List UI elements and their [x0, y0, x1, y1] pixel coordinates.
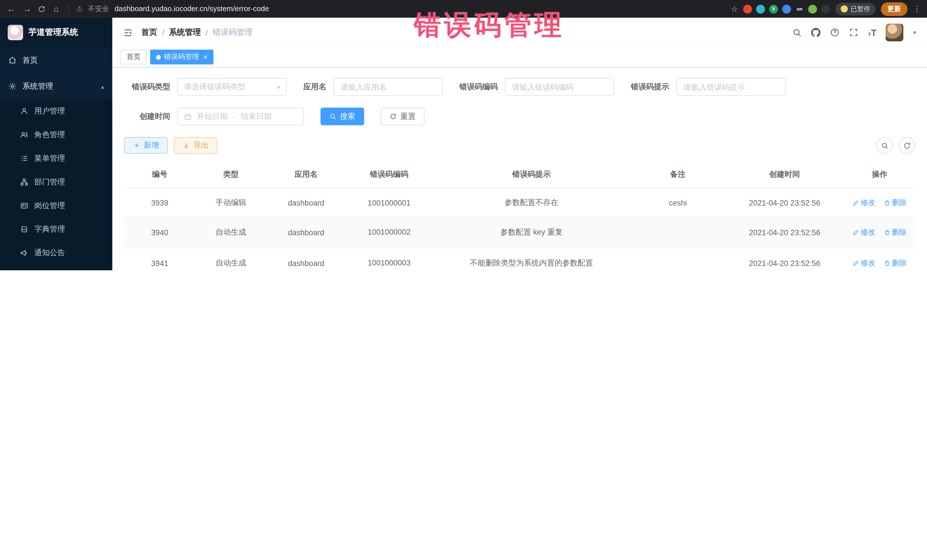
tags-view-bar: 首页错误码管理×	[112, 47, 927, 67]
font-size-icon[interactable]: тT	[868, 27, 877, 37]
sidebar-item-通知公告[interactable]: 通知公告	[0, 241, 112, 265]
sidebar-item-label: 岗位管理	[34, 200, 65, 211]
paused-chip[interactable]: 已暂停	[836, 3, 876, 15]
date-range-picker[interactable]: 开始日期 - 结束日期	[178, 108, 304, 125]
table-row: 3940自动生成dashboard1001000002参数配置 key 重复20…	[124, 217, 915, 248]
edit-icon	[852, 260, 859, 266]
edit-link[interactable]: 修改	[852, 258, 875, 268]
column-header: 应用名	[266, 161, 345, 188]
download-icon	[182, 142, 190, 149]
security-label[interactable]: 不安全	[88, 4, 109, 14]
avatar[interactable]	[886, 24, 904, 41]
filter-create-time: 创建时间 开始日期 - 结束日期	[124, 108, 304, 125]
url-text[interactable]: dashboard.yudao.iocoder.cn/system/error-…	[115, 5, 269, 13]
not-secure-warning-icon: ⚠	[76, 5, 82, 13]
extension-icon[interactable]	[782, 5, 791, 14]
delete-link[interactable]: 删除	[884, 197, 907, 208]
edit-label: 修改	[860, 258, 875, 268]
sidebar-item-label: 字典管理	[34, 224, 65, 235]
overlay-title: 错误码管理	[414, 7, 565, 44]
toggle-search-button[interactable]	[876, 137, 893, 154]
update-button[interactable]: 更新	[881, 2, 907, 16]
browser-menu-icon[interactable]: ⋮	[913, 4, 921, 14]
refresh-icon	[390, 113, 397, 120]
extension-icon[interactable]: V	[769, 5, 778, 14]
refresh-icon	[903, 141, 911, 149]
search-button[interactable]: 搜索	[320, 108, 364, 125]
cell-app: dashboard	[266, 248, 345, 270]
sidebar-item-label: 通知公告	[34, 247, 65, 258]
paused-label: 已暂停	[851, 5, 870, 14]
search-icon[interactable]	[792, 28, 802, 37]
error-hint-input[interactable]	[676, 78, 786, 96]
column-header: 操作	[844, 161, 915, 188]
viewport: ← → ⌂ ⚠ 不安全 dashboard.yudao.iocoder.cn/s…	[0, 0, 927, 270]
cell-time: 2021-04-20 23:52:56	[725, 188, 844, 217]
error-code-label: 错误码编码	[459, 82, 498, 92]
sidebar-item-菜单管理[interactable]: 菜单管理	[0, 147, 112, 170]
forward-icon[interactable]: →	[22, 4, 32, 14]
delete-link[interactable]: 删除	[884, 258, 907, 268]
sidebar-item-审计日志[interactable]: 审计日志▾	[0, 265, 112, 270]
megaphone-icon	[20, 249, 28, 257]
extension-icon[interactable]	[743, 5, 752, 14]
trash-icon	[884, 260, 890, 266]
back-icon[interactable]: ←	[6, 4, 17, 14]
edit-link[interactable]: 修改	[852, 197, 875, 208]
filter-app-name: 应用名	[303, 78, 443, 96]
add-button[interactable]: 新增	[124, 137, 168, 154]
sidebar-item-label: 用户管理	[34, 106, 65, 116]
tree-icon	[20, 178, 28, 186]
tab-label: 首页	[127, 52, 141, 62]
breadcrumb-separator: /	[162, 28, 164, 37]
fullscreen-icon[interactable]	[849, 28, 859, 37]
close-tab-icon[interactable]: ×	[204, 53, 208, 61]
export-button[interactable]: 导出	[174, 137, 217, 154]
cell-time: 2021-04-20 23:52:56	[725, 217, 844, 248]
tab-首页[interactable]: 首页	[121, 50, 147, 64]
extension-icon[interactable]	[756, 5, 765, 14]
error-type-label: 错误码类型	[124, 82, 170, 92]
breadcrumb-item[interactable]: 系统管理	[169, 27, 201, 38]
reset-button[interactable]: 重置	[381, 108, 424, 125]
sidebar-item-首页[interactable]: 首页	[0, 47, 112, 73]
main-area: 首页/系统管理/错误码管理 тT ▾ 首页错误码管理× 错误码类型	[112, 18, 927, 270]
breadcrumb-item[interactable]: 首页	[141, 27, 157, 38]
sidebar-item-岗位管理[interactable]: 岗位管理	[0, 194, 112, 217]
refresh-table-button[interactable]	[899, 137, 915, 154]
start-date-placeholder: 开始日期	[197, 111, 228, 122]
hamburger-icon[interactable]	[123, 27, 133, 37]
sidebar-item-部门管理[interactable]: 部门管理	[0, 170, 112, 194]
chevron-down-icon[interactable]: ▾	[913, 29, 916, 36]
cell-time: 2021-04-20 23:52:56	[725, 248, 844, 270]
browser-home-icon[interactable]: ⌂	[51, 4, 61, 14]
edit-link[interactable]: 修改	[852, 228, 875, 238]
calendar-icon	[184, 112, 191, 120]
app-name-input[interactable]	[333, 78, 443, 96]
cell-id: 3939	[124, 188, 195, 217]
sidebar-item-角色管理[interactable]: 角色管理	[0, 123, 112, 147]
logo[interactable]: 芋道管理系统	[0, 18, 112, 47]
tab-错误码管理[interactable]: 错误码管理×	[150, 50, 213, 64]
cell-code: 1001000001	[346, 188, 433, 217]
search-icon	[880, 141, 888, 149]
help-icon[interactable]	[830, 28, 840, 37]
sidebar-item-系统管理[interactable]: 系统管理▴	[0, 73, 112, 99]
extension-icon[interactable]: on	[795, 5, 804, 14]
error-type-select[interactable]: 请选择错误码类型 ▾	[178, 78, 287, 96]
sidebar-item-用户管理[interactable]: 用户管理	[0, 99, 112, 123]
github-icon[interactable]	[812, 28, 821, 37]
edit-label: 修改	[860, 197, 875, 208]
sidebar-item-字典管理[interactable]: 字典管理	[0, 217, 112, 241]
error-hint-label: 错误码提示	[631, 82, 669, 92]
reload-icon[interactable]	[38, 5, 46, 13]
extension-icon[interactable]	[821, 5, 830, 14]
tab-label: 错误码管理	[164, 52, 199, 62]
bookmark-star-icon[interactable]: ☆	[731, 5, 738, 14]
extension-icon[interactable]	[808, 5, 817, 14]
column-header: 类型	[195, 161, 267, 188]
delete-link[interactable]: 删除	[884, 228, 907, 238]
chevron-down-icon: ▾	[277, 83, 280, 90]
error-code-input[interactable]	[505, 78, 614, 96]
edit-icon	[852, 229, 859, 236]
